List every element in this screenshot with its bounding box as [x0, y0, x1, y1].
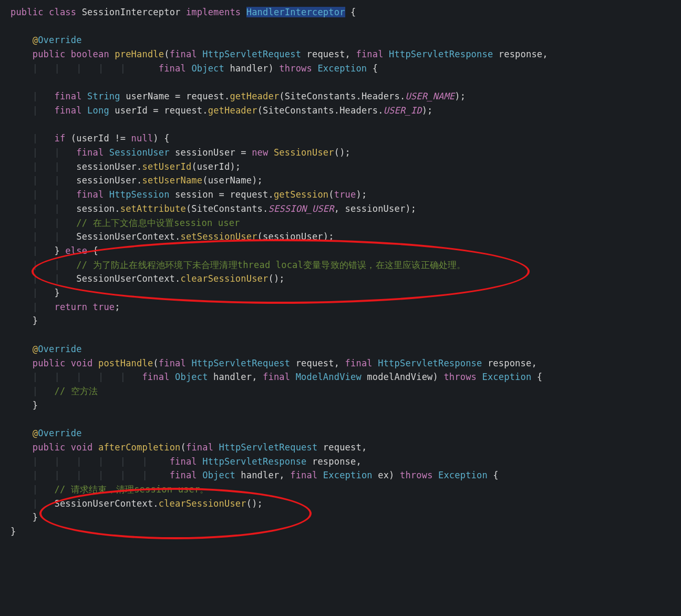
args: (); — [268, 273, 284, 284]
type: Object — [175, 372, 208, 382]
brace: { — [373, 63, 378, 74]
obj: request — [186, 91, 224, 101]
kw-final: final — [170, 49, 197, 59]
kw-public: public — [11, 7, 44, 17]
type: HttpServletRequest — [191, 358, 290, 368]
param: request — [307, 49, 345, 59]
dot: . — [400, 91, 405, 101]
op-eq: = — [175, 91, 180, 101]
var: userId — [115, 105, 148, 116]
kw-void: void — [71, 442, 93, 453]
annotation-at: @ — [33, 344, 38, 354]
sub: Headers — [362, 91, 400, 101]
kw-null: null — [131, 133, 153, 143]
dot: . — [263, 203, 268, 214]
var: session — [175, 189, 213, 200]
brace: { — [350, 7, 356, 17]
type: Long — [87, 105, 109, 116]
call: setSessionUser — [180, 231, 257, 242]
paren: ( — [181, 442, 186, 453]
obj: request — [164, 105, 202, 116]
paren: ( — [153, 358, 158, 368]
dot: . — [202, 105, 208, 116]
op-eq: = — [219, 189, 224, 200]
cls: SessionUserContext — [76, 273, 175, 284]
brace: } — [33, 400, 38, 410]
annotation-override: Override — [38, 428, 81, 438]
comma: , — [345, 49, 350, 59]
field: USER_ID — [384, 105, 422, 116]
call: setAttribute — [120, 203, 186, 214]
interface-name: HandlerInterceptor — [246, 7, 345, 17]
kw-final: final — [356, 49, 383, 59]
paren: ( — [257, 105, 263, 116]
cls: SiteConstants — [263, 105, 334, 116]
kw-final: final — [76, 147, 104, 158]
arg: sessionUser — [345, 203, 406, 214]
type: SessionUser — [109, 147, 170, 158]
obj: session — [76, 203, 115, 214]
method-posthandle: postHandle — [98, 358, 153, 368]
paren: ( — [164, 49, 169, 59]
type: String — [87, 91, 120, 101]
annotation-at: @ — [33, 428, 38, 438]
call: setUserId — [142, 161, 191, 172]
kw-public: public — [33, 442, 66, 453]
close: ); — [356, 189, 367, 200]
param: handler — [213, 372, 252, 382]
code-editor: public class SessionInterceptor implemen… — [0, 0, 681, 544]
kw-throws: throws — [443, 372, 477, 382]
kw-final: final — [142, 372, 169, 382]
call: clearSessionUser — [180, 273, 268, 284]
true: true — [334, 189, 356, 200]
paren: ) — [153, 133, 158, 143]
type: Exception — [317, 63, 367, 74]
method-aftercompletion: afterCompletion — [98, 442, 181, 453]
type: Exception — [482, 372, 531, 382]
kw-throws: throws — [279, 63, 312, 74]
type: Object — [191, 63, 224, 74]
comment: // 请求结束，清理session user。 — [54, 484, 209, 495]
param: request — [323, 442, 362, 453]
kw-throws: throws — [400, 470, 433, 480]
ctor: SessionUser — [274, 147, 334, 158]
field: USER_NAME — [405, 91, 455, 101]
kw-implements: implements — [186, 7, 241, 17]
kw-final: final — [159, 63, 186, 74]
op-neq: != — [115, 133, 126, 143]
args: (); — [246, 498, 263, 509]
paren: ( — [186, 203, 191, 214]
var: userId — [76, 133, 109, 143]
type: HttpServletResponse — [378, 358, 482, 368]
dot: . — [137, 161, 142, 172]
param: response — [488, 358, 531, 368]
type: ModelAndView — [296, 372, 362, 382]
comment: // 空方法 — [54, 386, 98, 396]
call: getHeader — [208, 105, 257, 116]
field: SESSION_USER — [268, 203, 334, 214]
kw-public: public — [33, 358, 66, 368]
paren: ( — [71, 133, 76, 143]
obj: sessionUser — [76, 161, 137, 172]
comma: , — [362, 442, 367, 453]
op-eq: = — [153, 105, 158, 116]
close: ); — [405, 203, 416, 214]
class-name: SessionInterceptor — [82, 7, 181, 17]
param: response — [312, 456, 356, 467]
dot: . — [175, 273, 180, 284]
type: HttpServletRequest — [219, 442, 318, 453]
comment: // 在上下文信息中设置session user — [76, 218, 240, 228]
kw-final: final — [76, 189, 104, 200]
semi: ; — [115, 302, 120, 312]
dot: . — [356, 91, 361, 101]
kw-return: return — [54, 302, 87, 312]
type: HttpServletRequest — [202, 49, 301, 59]
cls: SiteConstants — [285, 91, 356, 101]
kw-final: final — [54, 91, 81, 101]
cls: SessionUserContext — [54, 498, 153, 509]
type: Exception — [323, 470, 373, 480]
call-close: (); — [334, 147, 350, 158]
op-eq: = — [241, 147, 246, 158]
call: getSession — [274, 189, 328, 200]
comma: , — [334, 203, 339, 214]
